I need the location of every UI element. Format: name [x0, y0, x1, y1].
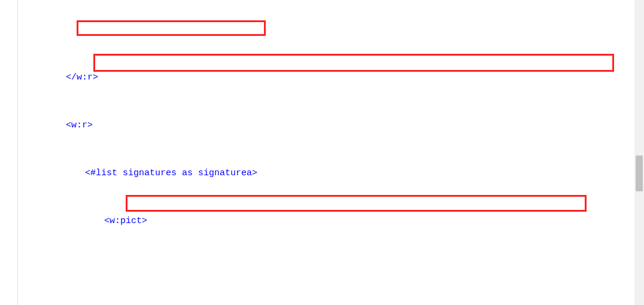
code-line [26, 263, 644, 275]
code-editor: </w:r> <w:r> <#list signatures as signat… [0, 0, 644, 305]
code-line: <w:pict> [26, 215, 644, 227]
scrollbar[interactable] [634, 0, 644, 305]
highlight-box-list [77, 20, 266, 36]
code-line: <#list signatures as signaturea> [26, 167, 644, 179]
scrollbar-handle[interactable] [636, 155, 643, 191]
code-line: <w:r> [26, 120, 644, 132]
code-body: </w:r> <w:r> <#list signatures as signat… [26, 36, 644, 305]
gutter [0, 0, 18, 305]
code-line: </w:r> [26, 72, 644, 84]
